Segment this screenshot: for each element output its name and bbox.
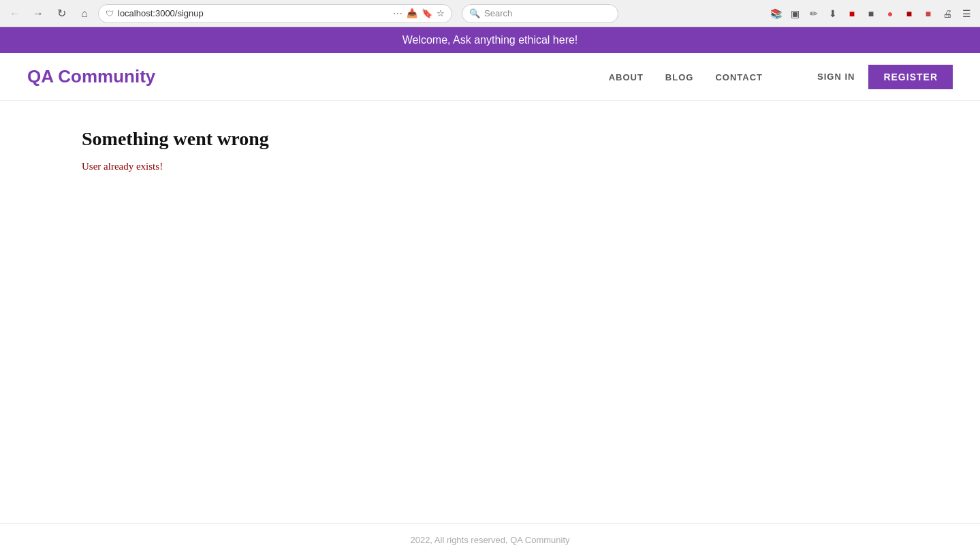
- footer: 2022, All rights reserved, QA Community: [0, 523, 980, 556]
- nav-item-blog[interactable]: BLOG: [665, 71, 694, 83]
- refresh-button[interactable]: ↻: [52, 4, 71, 23]
- banner-text: Welcome, Ask anything ethical here!: [402, 34, 578, 46]
- shield-icon: 🛡: [106, 9, 114, 18]
- address-url: localhost:3000/signup: [118, 8, 389, 18]
- nav-item-contact[interactable]: CONTACT: [715, 71, 763, 83]
- browser-chrome: ← → ↻ ⌂ 🛡 localhost:3000/signup ⋯ 📥 🔖 ☆ …: [0, 0, 980, 27]
- nav-item-about[interactable]: ABOUT: [609, 71, 644, 83]
- address-bar[interactable]: 🛡 localhost:3000/signup ⋯ 📥 🔖 ☆: [98, 4, 452, 23]
- browser-toolbar: 📚 ▣ ✏ ⬇ ■ ■ ● ■ ■ 🖨 ☰: [768, 5, 975, 22]
- library-icon[interactable]: 📚: [768, 5, 784, 22]
- star-icon[interactable]: ☆: [437, 8, 445, 18]
- footer-text: 2022, All rights reserved, QA Community: [410, 535, 569, 545]
- pencil-icon[interactable]: ✏: [806, 5, 822, 22]
- bookmark-icon[interactable]: 🔖: [422, 8, 432, 18]
- sidebar-icon[interactable]: ▣: [787, 5, 803, 22]
- ext5-icon[interactable]: ■: [920, 5, 936, 22]
- ext1-icon[interactable]: ■: [844, 5, 860, 22]
- home-button[interactable]: ⌂: [75, 4, 94, 23]
- search-bar[interactable]: 🔍 Search: [462, 4, 618, 23]
- error-message: User already exists!: [82, 161, 898, 172]
- contact-link[interactable]: CONTACT: [715, 72, 763, 82]
- welcome-banner: Welcome, Ask anything ethical here!: [0, 27, 980, 53]
- download-icon[interactable]: ⬇: [825, 5, 841, 22]
- print-icon[interactable]: 🖨: [939, 5, 955, 22]
- register-button[interactable]: REGISTER: [868, 65, 953, 89]
- pocket-icon[interactable]: 📥: [407, 8, 417, 18]
- navbar: QA Community ABOUT BLOG CONTACT SIGN IN …: [0, 53, 980, 101]
- main-content: Something went wrong User already exists…: [0, 101, 980, 200]
- sign-in-link[interactable]: SIGN IN: [817, 72, 855, 82]
- navbar-auth: SIGN IN REGISTER: [817, 65, 953, 89]
- ext2-icon[interactable]: ■: [863, 5, 879, 22]
- brand-link[interactable]: QA Community: [27, 66, 155, 87]
- nav-links: ABOUT BLOG CONTACT: [609, 71, 763, 83]
- menu-icon[interactable]: ☰: [958, 5, 975, 22]
- search-label: Search: [484, 8, 512, 18]
- error-title: Something went wrong: [82, 128, 898, 150]
- search-icon: 🔍: [469, 8, 480, 18]
- ext4-icon[interactable]: ■: [901, 5, 917, 22]
- forward-button[interactable]: →: [29, 4, 48, 23]
- more-button[interactable]: ⋯: [393, 8, 402, 19]
- back-button[interactable]: ←: [5, 4, 25, 23]
- about-link[interactable]: ABOUT: [609, 72, 644, 82]
- ext3-icon[interactable]: ●: [882, 5, 898, 22]
- blog-link[interactable]: BLOG: [665, 72, 694, 82]
